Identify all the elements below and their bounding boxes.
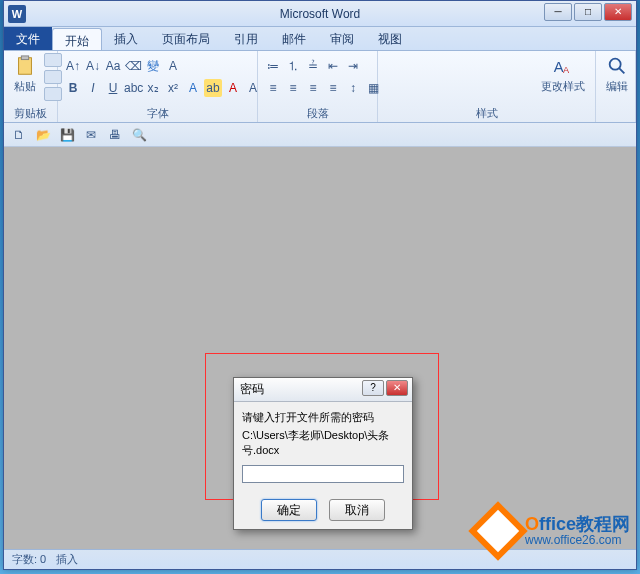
window-controls: ─ □ ✕ <box>544 3 632 21</box>
align-left-button[interactable]: ≡ <box>264 79 282 97</box>
underline-button[interactable]: U <box>104 79 122 97</box>
watermark-icon <box>468 501 527 560</box>
qat-save-icon[interactable]: 💾 <box>58 126 76 144</box>
dialog-prompt: 请键入打开文件所需的密码 <box>242 410 404 425</box>
decrease-indent-button[interactable]: ⇤ <box>324 57 342 75</box>
password-dialog: 密码 ? ✕ 请键入打开文件所需的密码 C:\Users\李老师\Desktop… <box>233 377 413 530</box>
change-styles-label: 更改样式 <box>541 79 585 94</box>
svg-line-5 <box>619 68 625 74</box>
qat-new-icon[interactable]: 🗋 <box>10 126 28 144</box>
bullets-button[interactable]: ≔ <box>264 57 282 75</box>
change-styles-button[interactable]: AA 更改样式 <box>537 53 589 96</box>
workspace: 密码 ? ✕ 请键入打开文件所需的密码 C:\Users\李老师\Desktop… <box>4 147 636 549</box>
phonetic-button[interactable]: 變 <box>144 57 162 75</box>
increase-indent-button[interactable]: ⇥ <box>344 57 362 75</box>
cancel-button[interactable]: 取消 <box>329 499 385 521</box>
tab-home[interactable]: 开始 <box>52 28 102 50</box>
paste-button[interactable]: 粘贴 <box>10 53 40 96</box>
watermark: Office教程网 www.office26.com <box>477 510 630 552</box>
group-styles: AA 更改样式 样式 <box>378 51 596 122</box>
svg-text:A: A <box>563 65 570 75</box>
tab-references[interactable]: 引用 <box>222 27 270 50</box>
quick-access-toolbar: 🗋 📂 💾 ✉ 🖶 🔍 <box>4 123 636 147</box>
superscript-button[interactable]: x² <box>164 79 182 97</box>
highlight-button[interactable]: ab <box>204 79 222 97</box>
maximize-button[interactable]: □ <box>574 3 602 21</box>
qat-open-icon[interactable]: 📂 <box>34 126 52 144</box>
tab-review[interactable]: 审阅 <box>318 27 366 50</box>
dialog-title: 密码 <box>240 381 264 398</box>
group-clipboard: 粘贴 剪贴板 <box>4 51 58 122</box>
editing-label: 编辑 <box>606 79 628 94</box>
password-input[interactable] <box>242 465 404 483</box>
dialog-titlebar: 密码 ? ✕ <box>234 378 412 402</box>
paragraph-label: 段落 <box>264 105 371 122</box>
change-case-button[interactable]: Aa <box>104 57 122 75</box>
watermark-brand: Office教程网 <box>525 515 630 535</box>
svg-rect-1 <box>21 56 28 60</box>
tab-mailings[interactable]: 邮件 <box>270 27 318 50</box>
qat-mail-icon[interactable]: ✉ <box>82 126 100 144</box>
dialog-close-button[interactable]: ✕ <box>386 380 408 396</box>
grow-font-button[interactable]: A↑ <box>64 57 82 75</box>
justify-button[interactable]: ≡ <box>324 79 342 97</box>
char-border-button[interactable]: A <box>164 57 182 75</box>
find-icon <box>606 55 628 77</box>
ok-button[interactable]: 确定 <box>261 499 317 521</box>
shrink-font-button[interactable]: A↓ <box>84 57 102 75</box>
styles-label: 样式 <box>384 105 589 122</box>
font-label: 字体 <box>64 105 251 122</box>
bold-button[interactable]: B <box>64 79 82 97</box>
dialog-path: C:\Users\李老师\Desktop\头条号.docx <box>242 428 404 458</box>
line-spacing-button[interactable]: ↕ <box>344 79 362 97</box>
paste-icon <box>14 55 36 77</box>
styles-icon: AA <box>552 55 574 77</box>
close-button[interactable]: ✕ <box>604 3 632 21</box>
qat-print-icon[interactable]: 🖶 <box>106 126 124 144</box>
editing-button[interactable]: 编辑 <box>602 53 632 96</box>
paste-label: 粘贴 <box>14 79 36 94</box>
titlebar: W Microsoft Word ─ □ ✕ <box>4 1 636 27</box>
subscript-button[interactable]: x₂ <box>144 79 162 97</box>
minimize-button[interactable]: ─ <box>544 3 572 21</box>
strike-button[interactable]: abc <box>124 79 142 97</box>
italic-button[interactable]: I <box>84 79 102 97</box>
clear-format-button[interactable]: ⌫ <box>124 57 142 75</box>
insert-mode[interactable]: 插入 <box>56 552 78 567</box>
tab-file[interactable]: 文件 <box>4 27 52 50</box>
ribbon: 粘贴 剪贴板 A↑ A↓ Aa ⌫ 變 A <box>4 51 636 123</box>
multilevel-button[interactable]: ≟ <box>304 57 322 75</box>
group-editing: 编辑 <box>596 51 636 122</box>
dialog-help-button[interactable]: ? <box>362 380 384 396</box>
font-color-button[interactable]: A <box>224 79 242 97</box>
word-window: W Microsoft Word ─ □ ✕ 文件 开始 插入 页面布局 引用 … <box>3 0 637 570</box>
tab-view[interactable]: 视图 <box>366 27 414 50</box>
tab-insert[interactable]: 插入 <box>102 27 150 50</box>
window-title: Microsoft Word <box>280 7 360 21</box>
app-icon: W <box>8 5 26 23</box>
watermark-url: www.office26.com <box>525 534 630 547</box>
qat-preview-icon[interactable]: 🔍 <box>130 126 148 144</box>
statusbar: 字数: 0 插入 <box>4 549 636 569</box>
text-effects-button[interactable]: A <box>184 79 202 97</box>
group-paragraph: ≔ ⒈ ≟ ⇤ ⇥ ≡ ≡ ≡ ≡ ↕ ▦ 段落 <box>258 51 378 122</box>
ribbon-tabs: 文件 开始 插入 页面布局 引用 邮件 审阅 视图 <box>4 27 636 51</box>
align-center-button[interactable]: ≡ <box>284 79 302 97</box>
svg-rect-0 <box>19 58 32 75</box>
word-count[interactable]: 字数: 0 <box>12 552 46 567</box>
group-font: A↑ A↓ Aa ⌫ 變 A B I U abc x₂ x² A ab A <box>58 51 258 122</box>
numbering-button[interactable]: ⒈ <box>284 57 302 75</box>
clipboard-label: 剪贴板 <box>10 105 51 122</box>
align-right-button[interactable]: ≡ <box>304 79 322 97</box>
tab-layout[interactable]: 页面布局 <box>150 27 222 50</box>
